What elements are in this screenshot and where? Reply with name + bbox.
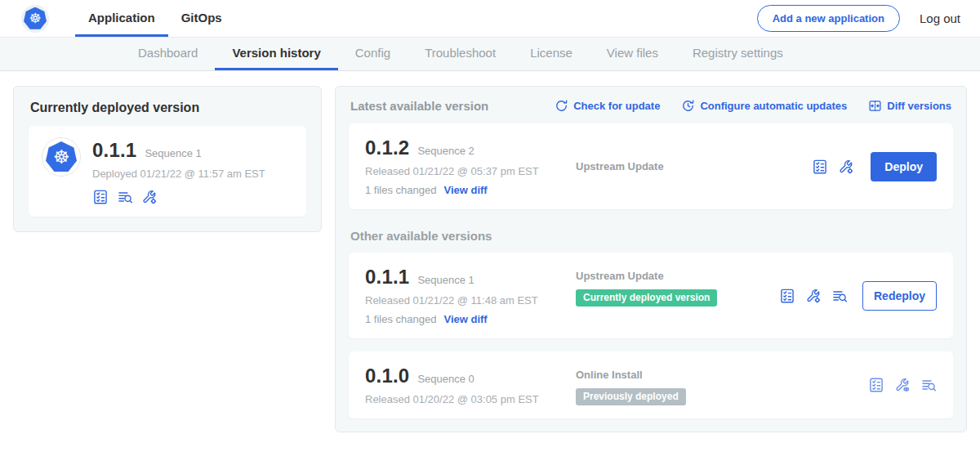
tab-license[interactable]: License: [513, 38, 590, 70]
tab-view-files[interactable]: View files: [590, 38, 675, 70]
deploy-button[interactable]: Deploy: [871, 152, 937, 181]
sequence-label: Sequence 2: [417, 145, 474, 157]
released-timestamp: Released 01/21/22 @ 11:48 am EST: [365, 294, 576, 307]
deployed-timestamp: Deployed 01/21/22 @ 11:57 am EST: [92, 168, 265, 180]
tab-dashboard[interactable]: Dashboard: [121, 38, 215, 70]
diff-columns-icon: [868, 99, 882, 113]
app-subnav: Dashboard Version history Config Trouble…: [0, 38, 980, 71]
main-content: Currently deployed version ☸ 0.1.1 Seque…: [0, 71, 980, 432]
version-source-label: Upstream Update: [576, 160, 812, 172]
top-header: ☸ Application GitOps Add a new applicati…: [0, 0, 980, 38]
latest-available-heading: Latest available version: [350, 99, 488, 113]
logout-button[interactable]: Log out: [920, 11, 960, 25]
checklist-icon[interactable]: [812, 159, 828, 175]
tab-config[interactable]: Config: [338, 38, 408, 70]
lines-magnifier-icon[interactable]: [831, 288, 848, 304]
add-application-button[interactable]: Add a new application: [757, 5, 900, 32]
wrench-gear-icon[interactable]: [141, 189, 158, 205]
version-row-0-1-2: 0.1.2 Sequence 2 Released 01/21/22 @ 05:…: [349, 123, 953, 209]
deployed-version-card: ☸ 0.1.1 Sequence 1 Deployed 01/21/22 @ 1…: [29, 126, 306, 217]
tab-application[interactable]: Application: [75, 0, 168, 37]
currently-deployed-title: Currently deployed version: [30, 101, 306, 115]
app-logo: ☸: [21, 0, 49, 37]
lines-magnifier-icon[interactable]: [920, 377, 937, 393]
refresh-icon: [555, 99, 568, 113]
deployed-sequence-label: Sequence 1: [145, 147, 201, 159]
released-timestamp: Released 01/21/22 @ 05:37 pm EST: [365, 165, 576, 177]
available-versions-panel: Latest available version Check for updat…: [335, 86, 967, 432]
currently-deployed-panel: Currently deployed version ☸ 0.1.1 Seque…: [13, 86, 322, 232]
files-changed-label: 1 files changed: [365, 184, 436, 196]
currently-deployed-badge: Currently deployed version: [576, 289, 717, 307]
check-for-update-link[interactable]: Check for update: [555, 99, 660, 113]
version-number: 0.1.0: [365, 365, 409, 387]
clock-refresh-icon: [681, 99, 695, 113]
released-timestamp: Released 01/20/22 @ 03:05 pm EST: [365, 393, 576, 405]
tab-version-history[interactable]: Version history: [215, 38, 337, 70]
other-versions-heading: Other available versions: [350, 229, 951, 243]
wrench-gear-icon[interactable]: [838, 159, 854, 175]
checklist-icon[interactable]: [92, 189, 109, 205]
version-source-label: Upstream Update: [576, 270, 779, 282]
previously-deployed-badge: Previously deployed: [576, 388, 686, 405]
redeploy-button[interactable]: Redeploy: [862, 281, 937, 311]
version-row-0-1-1: 0.1.1 Sequence 1 Released 01/21/22 @ 11:…: [349, 253, 953, 338]
configure-automatic-updates-link[interactable]: Configure automatic updates: [681, 99, 847, 113]
tab-gitops[interactable]: GitOps: [168, 0, 235, 37]
checklist-icon[interactable]: [868, 377, 884, 393]
kubernetes-app-logo-icon: ☸: [42, 137, 81, 177]
sequence-label: Sequence 1: [417, 274, 474, 286]
view-diff-link[interactable]: View diff: [443, 313, 487, 325]
lines-magnifier-icon[interactable]: [117, 189, 133, 205]
header-spacer: [235, 0, 757, 37]
version-source-label: Online Install: [576, 369, 868, 381]
diff-versions-link[interactable]: Diff versions: [868, 99, 951, 113]
header-tabs: Application GitOps: [75, 0, 235, 37]
files-changed-label: 1 files changed: [365, 313, 436, 325]
version-number: 0.1.1: [365, 266, 409, 289]
tab-troubleshoot[interactable]: Troubleshoot: [408, 38, 513, 70]
wrench-eye-icon[interactable]: [894, 377, 911, 393]
sequence-label: Sequence 0: [417, 373, 474, 385]
version-number: 0.1.2: [365, 137, 409, 159]
view-diff-link[interactable]: View diff: [443, 184, 487, 196]
checklist-icon[interactable]: [779, 288, 795, 304]
tab-registry-settings[interactable]: Registry settings: [675, 38, 800, 70]
version-row-0-1-0: 0.1.0 Sequence 0 Released 01/20/22 @ 03:…: [349, 351, 953, 418]
wrench-gear-icon[interactable]: [805, 288, 822, 304]
kubernetes-logo-icon: ☸: [21, 5, 49, 33]
deployed-version-number: 0.1.1: [92, 139, 136, 162]
